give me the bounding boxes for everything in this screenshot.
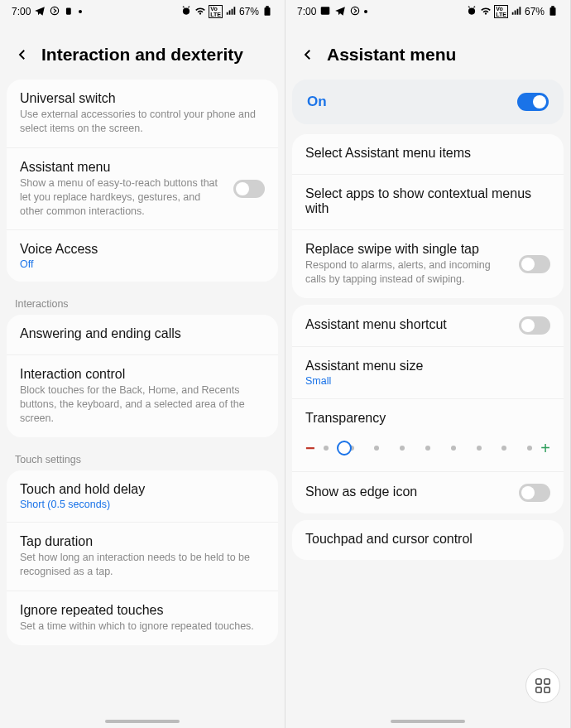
card-icon <box>64 5 75 19</box>
svg-point-2 <box>183 7 190 14</box>
svg-rect-11 <box>545 679 549 684</box>
item-touchpad-cursor[interactable]: Touchpad and cursor control <box>292 520 564 560</box>
svg-rect-8 <box>550 7 556 15</box>
assistant-fab[interactable] <box>525 668 560 703</box>
slider-transparency[interactable]: − + <box>292 431 564 472</box>
minus-icon[interactable]: − <box>305 439 315 458</box>
card-select: Select Assistant menu items Select apps … <box>292 134 564 298</box>
svg-rect-10 <box>536 679 541 684</box>
status-bar: 7:00 VoLTE 67% <box>0 0 285 23</box>
svg-point-0 <box>51 7 59 14</box>
battery-icon <box>547 5 559 19</box>
circle-icon <box>349 5 361 19</box>
status-time: 7:00 <box>297 6 316 17</box>
home-indicator[interactable] <box>391 720 465 723</box>
circle-icon <box>49 5 60 19</box>
svg-rect-5 <box>321 7 330 14</box>
screen-assistant-menu: 7:00 VoLTE 67% Assistant menu On Select … <box>286 0 571 728</box>
item-interaction-control[interactable]: Interaction control Block touches for th… <box>7 355 278 437</box>
item-touch-hold-delay[interactable]: Touch and hold delay Short (0.5 seconds) <box>7 470 278 523</box>
card-appearance: Assistant menu shortcut Assistant menu s… <box>292 305 564 513</box>
battery-icon <box>262 5 273 19</box>
master-toggle-label: On <box>307 94 327 110</box>
card-touchpad: Touchpad and cursor control <box>292 520 564 560</box>
item-shortcut[interactable]: Assistant menu shortcut <box>292 305 564 347</box>
back-icon[interactable] <box>15 47 30 62</box>
status-time: 7:00 <box>12 6 31 17</box>
item-tap-duration[interactable]: Tap duration Set how long an interaction… <box>7 523 278 591</box>
svg-point-7 <box>468 7 475 14</box>
svg-rect-12 <box>536 687 541 692</box>
page-header: Interaction and dexterity <box>0 23 285 80</box>
item-select-menu-items[interactable]: Select Assistant menu items <box>292 134 564 175</box>
item-menu-size[interactable]: Assistant menu size Small <box>292 347 564 399</box>
section-touch-settings: Touch settings <box>0 444 285 470</box>
volte-icon: VoLTE <box>494 5 508 18</box>
signal-icon <box>225 5 237 19</box>
telegram-icon <box>334 5 346 19</box>
item-select-apps[interactable]: Select apps to show contextual menus wit… <box>292 175 564 230</box>
grid-icon <box>534 677 552 695</box>
alarm-icon <box>180 5 192 19</box>
home-indicator[interactable] <box>105 720 180 723</box>
svg-point-6 <box>352 7 359 14</box>
toggle-master[interactable] <box>517 93 549 111</box>
slider-thumb[interactable] <box>337 441 352 456</box>
status-dot <box>79 10 82 13</box>
svg-rect-1 <box>66 7 71 14</box>
image-icon <box>319 5 331 19</box>
master-toggle-card[interactable]: On <box>292 80 564 124</box>
status-bar: 7:00 VoLTE 67% <box>286 0 570 23</box>
back-icon[interactable] <box>300 47 315 62</box>
card-interactions: Answering and ending calls Interaction c… <box>7 315 278 437</box>
page-title: Assistant menu <box>327 45 456 65</box>
item-answering-calls[interactable]: Answering and ending calls <box>7 315 278 355</box>
svg-rect-13 <box>545 687 549 692</box>
wifi-icon <box>194 5 206 19</box>
toggle-replace-swipe[interactable] <box>519 255 550 273</box>
battery-text: 67% <box>239 6 259 17</box>
item-ignore-touches[interactable]: Ignore repeated touches Set a time withi… <box>7 591 278 645</box>
screen-interaction-dexterity: 7:00 VoLTE 67% Interaction and dexterity… <box>0 0 286 728</box>
slider-track[interactable] <box>324 440 533 456</box>
item-replace-swipe[interactable]: Replace swipe with single tap Respond to… <box>292 230 564 298</box>
telegram-icon <box>34 5 46 19</box>
volte-icon: VoLTE <box>209 5 223 18</box>
page-title: Interaction and dexterity <box>41 45 243 65</box>
wifi-icon <box>480 5 492 19</box>
card-main: Universal switch Use external accessorie… <box>7 80 278 282</box>
svg-rect-4 <box>266 6 269 7</box>
alarm-icon <box>466 5 477 19</box>
toggle-assistant-menu[interactable] <box>233 180 265 198</box>
item-assistant-menu[interactable]: Assistant menu Show a menu of easy-to-re… <box>7 148 278 231</box>
item-voice-access[interactable]: Voice Access Off <box>7 230 278 282</box>
svg-rect-3 <box>265 7 271 15</box>
item-transparency: Transparency <box>292 399 564 431</box>
plus-icon[interactable]: + <box>540 439 550 458</box>
section-interactions: Interactions <box>0 288 285 315</box>
battery-text: 67% <box>525 6 545 17</box>
card-touch: Touch and hold delay Short (0.5 seconds)… <box>7 470 278 645</box>
item-universal-switch[interactable]: Universal switch Use external accessorie… <box>7 80 278 148</box>
signal-icon <box>511 5 522 19</box>
item-edge-icon[interactable]: Show as edge icon <box>292 472 564 513</box>
status-dot <box>364 10 367 13</box>
toggle-shortcut[interactable] <box>519 316 550 335</box>
toggle-edge-icon[interactable] <box>519 484 550 502</box>
page-header: Assistant menu <box>286 23 570 80</box>
svg-rect-9 <box>551 6 554 7</box>
